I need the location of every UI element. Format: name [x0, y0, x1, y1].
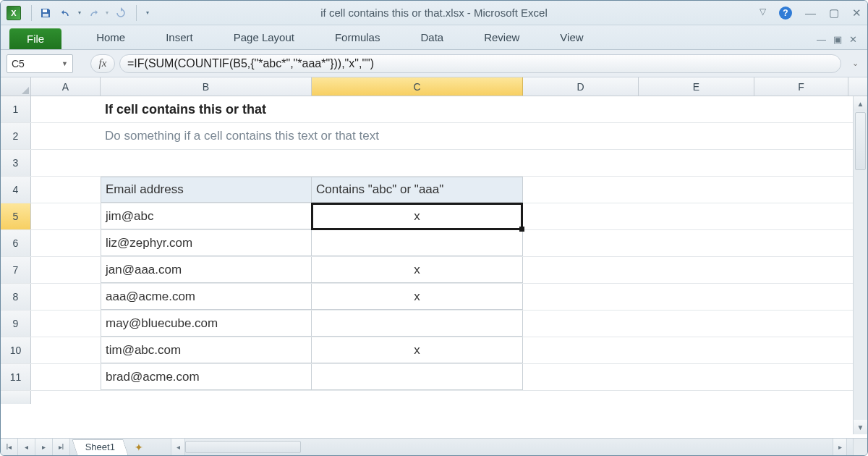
cell-A5[interactable]	[31, 203, 101, 229]
cell-E3[interactable]	[639, 150, 754, 176]
undo-button[interactable]	[56, 4, 75, 22]
cell-A2[interactable]	[31, 123, 101, 149]
cell-A4[interactable]	[31, 177, 101, 203]
cell-A11[interactable]	[31, 364, 101, 390]
help-button[interactable]: ?	[779, 7, 792, 20]
cell-F7[interactable]	[754, 257, 848, 283]
cell-A10[interactable]	[31, 337, 101, 363]
cell-A9[interactable]	[31, 311, 101, 337]
cell-C1[interactable]	[312, 96, 523, 122]
cell-A8[interactable]	[31, 284, 101, 310]
cell-B10[interactable]: tim@abc.com	[101, 337, 312, 363]
horizontal-scrollbar[interactable]: ◂ ▸	[171, 439, 853, 455]
row-header-5[interactable]: 5	[1, 203, 31, 229]
tab-formulas[interactable]: Formulas	[323, 27, 392, 49]
new-sheet-button[interactable]: ✦	[129, 439, 149, 455]
workbook-close-button[interactable]: ✕	[849, 34, 857, 45]
cell-D8[interactable]	[523, 284, 639, 310]
cell-F9[interactable]	[754, 311, 848, 337]
column-header-F[interactable]: F	[754, 77, 848, 96]
cell-C8[interactable]: x	[312, 284, 523, 310]
cell-B5[interactable]: jim@abc	[101, 203, 312, 229]
sheet-nav-last-button[interactable]: ▸I	[53, 439, 70, 455]
cell-C6[interactable]	[312, 230, 523, 256]
cell-B8[interactable]: aaa@acme.com	[101, 284, 312, 310]
qat-customize-dropdown[interactable]: ▾	[142, 9, 153, 16]
cell-F3[interactable]	[754, 150, 848, 176]
row-header-1[interactable]: 1	[1, 96, 31, 122]
vertical-scroll-thumb[interactable]	[855, 112, 866, 170]
formula-bar-expand-button[interactable]: ⌄	[848, 59, 861, 68]
tab-home[interactable]: Home	[85, 27, 137, 49]
cell-A12[interactable]	[31, 391, 101, 404]
save-button[interactable]	[36, 4, 55, 22]
redo-button[interactable]	[84, 4, 103, 22]
row-header-12[interactable]	[1, 391, 31, 404]
cell-B1[interactable]: If cell contains this or that	[101, 96, 312, 122]
cell-E6[interactable]	[639, 230, 754, 256]
cell-F8[interactable]	[754, 284, 848, 310]
maximize-button[interactable]: ▢	[829, 7, 839, 20]
cell-E8[interactable]	[639, 284, 754, 310]
cell-F5[interactable]	[754, 203, 848, 229]
cell-C10[interactable]: x	[312, 337, 523, 363]
cell-C3[interactable]	[312, 150, 523, 176]
tab-review[interactable]: Review	[472, 27, 531, 49]
row-header-3[interactable]: 3	[1, 150, 31, 176]
cell-E1[interactable]	[639, 96, 754, 122]
cell-B4[interactable]: Email address	[101, 177, 312, 203]
row-header-10[interactable]: 10	[1, 337, 31, 363]
row-header-6[interactable]: 6	[1, 230, 31, 256]
cell-E4[interactable]	[639, 177, 754, 203]
cell-B3[interactable]	[101, 150, 312, 176]
scroll-down-button[interactable]: ▼	[854, 420, 867, 434]
cell-B11[interactable]: brad@acme.com	[101, 364, 312, 390]
cell-A6[interactable]	[31, 230, 101, 256]
cell-B7[interactable]: jan@aaa.com	[101, 257, 312, 283]
workbook-restore-button[interactable]: ▣	[833, 34, 842, 45]
select-all-button[interactable]	[1, 77, 31, 96]
cell-F1[interactable]	[754, 96, 848, 122]
tab-data[interactable]: Data	[409, 27, 455, 49]
vertical-split-handle[interactable]	[853, 0, 867, 1]
vertical-scroll-track[interactable]	[854, 111, 867, 420]
tab-page-layout[interactable]: Page Layout	[222, 27, 306, 49]
column-header-B[interactable]: B	[101, 77, 312, 96]
insert-function-button[interactable]: fx	[90, 54, 115, 73]
cell-E9[interactable]	[639, 311, 754, 337]
name-box-dropdown-icon[interactable]: ▼	[61, 60, 68, 67]
scroll-up-button[interactable]: ▲	[854, 96, 867, 111]
cell-D4[interactable]	[523, 177, 639, 203]
cell-B9[interactable]: may@bluecube.com	[101, 311, 312, 337]
cell-D11[interactable]	[523, 364, 639, 390]
cell-D5[interactable]	[523, 203, 639, 229]
cell-F11[interactable]	[754, 364, 848, 390]
close-button[interactable]: ✕	[852, 7, 861, 20]
horizontal-scroll-track[interactable]	[185, 439, 833, 455]
scroll-left-button[interactable]: ◂	[171, 439, 185, 455]
cell-C11[interactable]	[312, 364, 523, 390]
row-header-7[interactable]: 7	[1, 257, 31, 283]
cell-D10[interactable]	[523, 337, 639, 363]
cell-D1[interactable]	[523, 96, 639, 122]
cell-A1[interactable]	[31, 96, 101, 122]
tab-insert[interactable]: Insert	[154, 27, 205, 49]
cell-D7[interactable]	[523, 257, 639, 283]
cell-B2[interactable]: Do something if a cell contains this tex…	[101, 123, 734, 149]
name-box[interactable]: C5 ▼	[7, 54, 73, 73]
help-chevron-icon[interactable]: ▽	[760, 7, 766, 20]
sheet-nav-next-button[interactable]: ▸	[35, 439, 53, 455]
row-header-4[interactable]: 4	[1, 177, 31, 203]
workbook-minimize-button[interactable]: —	[817, 34, 826, 45]
sheet-nav-prev-button[interactable]: ◂	[18, 439, 35, 455]
cell-C9[interactable]	[312, 311, 523, 337]
cell-E11[interactable]	[639, 364, 754, 390]
cell-E7[interactable]	[639, 257, 754, 283]
row-header-2[interactable]: 2	[1, 123, 31, 149]
repeat-button[interactable]	[111, 4, 130, 22]
row-header-8[interactable]: 8	[1, 284, 31, 310]
worksheet-grid[interactable]: 1 If cell contains this or that 2 Do som…	[1, 96, 867, 434]
cell-C5[interactable]: x	[312, 203, 523, 229]
cell-E10[interactable]	[639, 337, 754, 363]
cell-B6[interactable]: liz@zephyr.com	[101, 230, 312, 256]
